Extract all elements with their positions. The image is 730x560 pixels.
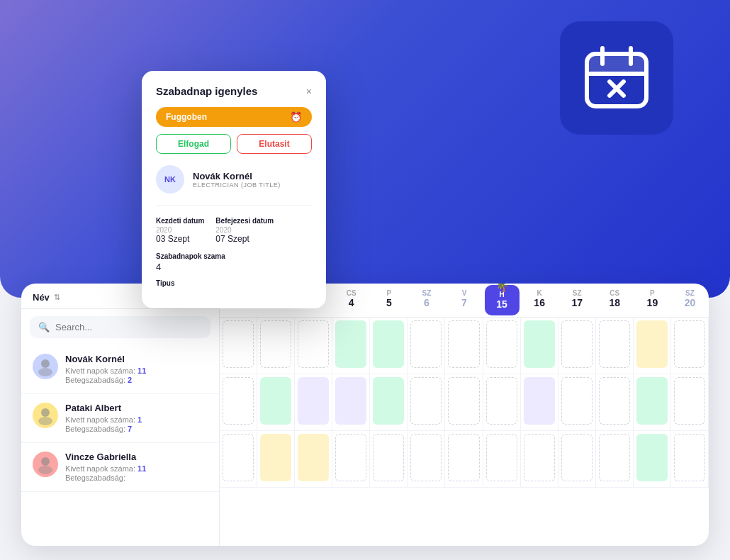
grid-cell[interactable]: [483, 318, 521, 374]
column-header: SZ 20: [671, 284, 709, 317]
cell-block: [373, 377, 404, 425]
grid-cell[interactable]: [558, 318, 596, 374]
column-header: P 5: [370, 284, 408, 317]
dates-row: Kezdeti datum 2020 03 Szept Befejezesi d…: [156, 217, 312, 244]
grid-cell[interactable]: [408, 431, 445, 487]
grid-cell[interactable]: [483, 431, 521, 487]
grid-cell[interactable]: [295, 318, 332, 374]
grid-cell[interactable]: [558, 374, 596, 430]
grid-cell[interactable]: [596, 374, 634, 430]
day-number: 6: [410, 297, 442, 308]
person-info: Novák Kornél Kivett napok száma: 11 Bete…: [65, 354, 146, 385]
clock-icon: ⏰: [290, 111, 302, 123]
grid-cell[interactable]: [257, 318, 295, 374]
status-badge: Fuggoben ⏰: [156, 107, 312, 127]
grid-cell[interactable]: [370, 431, 408, 487]
grid-cell[interactable]: [671, 431, 709, 487]
cell-block: [636, 320, 668, 368]
avatar: [33, 452, 58, 477]
start-date-label: Kezdeti datum: [156, 217, 204, 225]
cell-block: [636, 377, 668, 425]
grid-cell[interactable]: [634, 374, 671, 430]
taken-stat: Kivett napok száma: 11: [65, 464, 146, 473]
cell-block: [260, 377, 291, 425]
cell-block: [223, 434, 254, 481]
day-number: 18: [599, 297, 631, 308]
list-item: Novák Kornél Kivett napok száma: 11 Bete…: [21, 345, 219, 394]
grid-cell[interactable]: [521, 318, 558, 374]
grid-cell[interactable]: [408, 374, 445, 430]
day-number: 19: [636, 297, 668, 308]
person-job-title: ELECTRICIAN (JOB TITLE): [193, 181, 281, 189]
avatar: NK: [156, 165, 184, 194]
grid-cell[interactable]: [521, 431, 558, 487]
grid-cell[interactable]: [634, 318, 671, 374]
cell-block: [561, 320, 593, 368]
grid-cell[interactable]: [671, 318, 709, 374]
grid-cell[interactable]: [634, 431, 671, 487]
sick-stat: Betegszabadság: 2: [65, 376, 146, 384]
grid-cell[interactable]: [370, 318, 408, 374]
today-indicator: 🌴: [496, 284, 508, 292]
grid-cell[interactable]: [220, 431, 257, 487]
cell-block: [599, 320, 630, 368]
grid-cell[interactable]: [220, 318, 257, 374]
grid-cell[interactable]: [445, 318, 483, 374]
person-info: Novák Kornél ELECTRICIAN (JOB TITLE): [193, 171, 281, 189]
grid-cell[interactable]: [596, 318, 634, 374]
person-info: Vincze Gabriella Kivett napok száma: 11 …: [65, 452, 146, 483]
grid-cell[interactable]: [257, 374, 295, 430]
calendar-container: Név ⇅ 🔍 Novák Kornél Kivett napok száma:…: [21, 284, 709, 546]
cell-block: [486, 320, 517, 368]
grid-cell[interactable]: [295, 431, 332, 487]
grid-panel: H 1 K 2 SZ 3 CS 4 P 5 SZ 6 V 7 🌴 H 15 K …: [220, 284, 709, 546]
grid-cell[interactable]: [671, 374, 709, 430]
cell-block: [298, 434, 329, 481]
day-number: 5: [373, 297, 405, 308]
modal-card: Szabadnap igenyles × Fuggoben ⏰ Elfogad …: [142, 71, 326, 308]
day-number: 16: [524, 297, 556, 308]
grid-cell[interactable]: [220, 374, 257, 430]
start-date-value: 03 Szept: [156, 234, 204, 244]
reject-button[interactable]: Elutasit: [237, 134, 312, 154]
calendar-inner: Név ⇅ 🔍 Novák Kornél Kivett napok száma:…: [21, 284, 709, 546]
grid-cell[interactable]: [445, 431, 483, 487]
accept-button[interactable]: Elfogad: [156, 134, 231, 154]
grid-cell[interactable]: [257, 431, 295, 487]
grid-cell[interactable]: [445, 374, 483, 430]
grid-cell[interactable]: [370, 374, 408, 430]
day-letter: SZ: [561, 289, 593, 297]
column-header: CS 4: [332, 284, 370, 317]
person-info: Pataki Albert Kivett napok száma: 1 Bete…: [65, 403, 142, 434]
cell-block: [524, 377, 555, 425]
column-header: CS 18: [596, 284, 634, 317]
search-input[interactable]: [55, 322, 202, 332]
svg-rect-1: [587, 54, 646, 74]
grid-cell[interactable]: [596, 431, 634, 487]
grid-cell[interactable]: [558, 431, 596, 487]
grid-cell[interactable]: [332, 431, 370, 487]
day-letter: P: [373, 289, 405, 297]
grid-cell[interactable]: [408, 318, 445, 374]
cell-block: [335, 377, 366, 425]
sort-icon[interactable]: ⇅: [54, 293, 60, 302]
cell-block: [674, 320, 705, 368]
grid-cell[interactable]: [295, 374, 332, 430]
type-field: Tipus: [156, 279, 312, 287]
sort-label: Név: [33, 292, 50, 303]
day-letter: CS: [599, 289, 631, 297]
day-letter: CS: [335, 289, 367, 297]
cell-block: [335, 434, 366, 481]
cell-block: [524, 320, 555, 368]
column-header: SZ 17: [558, 284, 596, 317]
column-header: 🌴 H 15: [485, 285, 520, 315]
column-header: SZ 6: [408, 284, 445, 317]
modal-close-button[interactable]: ×: [306, 86, 312, 96]
grid-cell[interactable]: [521, 374, 558, 430]
grid-cell[interactable]: [483, 374, 521, 430]
day-number: 4: [335, 297, 367, 308]
grid-cell[interactable]: [332, 374, 370, 430]
grid-cell[interactable]: [332, 318, 370, 374]
column-header: P 19: [634, 284, 671, 317]
cell-block: [674, 434, 705, 481]
